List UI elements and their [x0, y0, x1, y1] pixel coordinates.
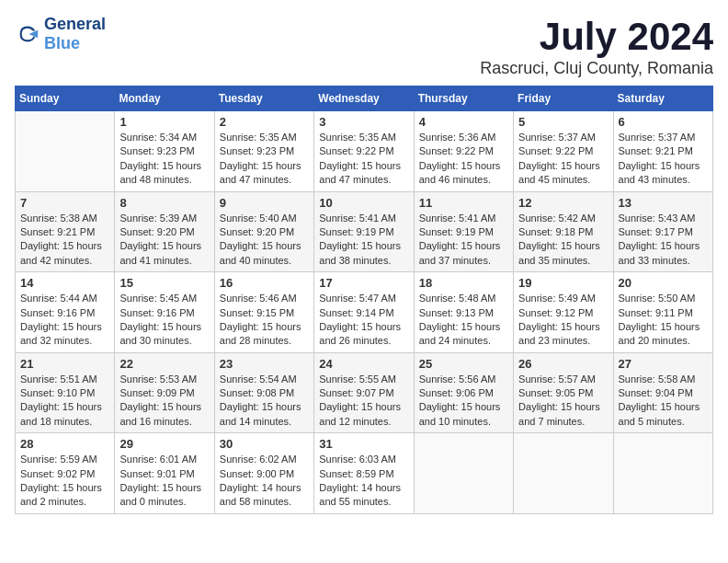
- page-header: General Blue July 2024 Rascruci, Cluj Co…: [15, 15, 713, 78]
- calendar-cell: 4Sunrise: 5:36 AM Sunset: 9:22 PM Daylig…: [414, 111, 513, 192]
- day-info: Sunrise: 5:35 AM Sunset: 9:22 PM Dayligh…: [319, 132, 401, 185]
- day-info: Sunrise: 5:34 AM Sunset: 9:23 PM Dayligh…: [119, 132, 201, 185]
- day-info: Sunrise: 5:57 AM Sunset: 9:05 PM Dayligh…: [518, 373, 600, 427]
- day-info: Sunrise: 5:54 AM Sunset: 9:08 PM Dayligh…: [220, 373, 301, 427]
- day-info: Sunrise: 5:36 AM Sunset: 9:22 PM Dayligh…: [419, 132, 501, 185]
- day-info: Sunrise: 5:37 AM Sunset: 9:22 PM Dayligh…: [518, 132, 600, 185]
- day-number: 7: [20, 196, 109, 210]
- calendar-cell: 5Sunrise: 5:37 AM Sunset: 9:22 PM Daylig…: [514, 111, 613, 192]
- day-number: 12: [518, 196, 608, 210]
- calendar-cell: 18Sunrise: 5:48 AM Sunset: 9:13 PM Dayli…: [414, 272, 513, 353]
- calendar-cell: 15Sunrise: 5:45 AM Sunset: 9:16 PM Dayli…: [115, 272, 214, 353]
- day-info: Sunrise: 5:41 AM Sunset: 9:19 PM Dayligh…: [419, 213, 501, 266]
- day-info: Sunrise: 5:45 AM Sunset: 9:16 PM Dayligh…: [119, 293, 201, 346]
- calendar-cell: 30Sunrise: 6:02 AM Sunset: 9:00 PM Dayli…: [214, 433, 313, 514]
- day-number: 28: [20, 437, 109, 451]
- day-number: 8: [119, 196, 209, 210]
- day-number: 14: [20, 276, 109, 290]
- day-number: 26: [518, 357, 608, 371]
- day-number: 18: [419, 276, 508, 290]
- day-info: Sunrise: 5:37 AM Sunset: 9:21 PM Dayligh…: [619, 132, 700, 185]
- logo: General Blue: [15, 15, 106, 53]
- day-info: Sunrise: 5:48 AM Sunset: 9:13 PM Dayligh…: [419, 293, 501, 346]
- calendar-week-row: 1Sunrise: 5:34 AM Sunset: 9:23 PM Daylig…: [16, 111, 713, 192]
- weekday-header-monday: Monday: [115, 86, 214, 111]
- calendar-week-row: 14Sunrise: 5:44 AM Sunset: 9:16 PM Dayli…: [16, 272, 713, 353]
- calendar-cell: 25Sunrise: 5:56 AM Sunset: 9:06 PM Dayli…: [414, 352, 513, 433]
- day-info: Sunrise: 5:51 AM Sunset: 9:10 PM Dayligh…: [20, 373, 102, 427]
- day-number: 21: [20, 357, 109, 371]
- calendar-cell: 14Sunrise: 5:44 AM Sunset: 9:16 PM Dayli…: [16, 272, 115, 353]
- day-info: Sunrise: 5:55 AM Sunset: 9:07 PM Dayligh…: [319, 373, 401, 427]
- logo-icon: [15, 21, 40, 47]
- calendar-cell: 13Sunrise: 5:43 AM Sunset: 9:17 PM Dayli…: [613, 191, 712, 272]
- calendar-cell: 21Sunrise: 5:51 AM Sunset: 9:10 PM Dayli…: [16, 352, 115, 433]
- calendar-cell: 27Sunrise: 5:58 AM Sunset: 9:04 PM Dayli…: [613, 352, 712, 433]
- day-info: Sunrise: 5:41 AM Sunset: 9:19 PM Dayligh…: [319, 213, 401, 266]
- day-info: Sunrise: 6:03 AM Sunset: 8:59 PM Dayligh…: [319, 454, 401, 507]
- calendar-cell: 6Sunrise: 5:37 AM Sunset: 9:21 PM Daylig…: [613, 111, 712, 192]
- calendar-cell: 23Sunrise: 5:54 AM Sunset: 9:08 PM Dayli…: [214, 352, 313, 433]
- day-number: 11: [419, 196, 508, 210]
- day-number: 23: [220, 357, 309, 371]
- weekday-header-friday: Friday: [514, 86, 613, 111]
- calendar-week-row: 21Sunrise: 5:51 AM Sunset: 9:10 PM Dayli…: [16, 352, 713, 433]
- calendar-cell: 3Sunrise: 5:35 AM Sunset: 9:22 PM Daylig…: [314, 111, 414, 192]
- calendar-cell: 7Sunrise: 5:38 AM Sunset: 9:21 PM Daylig…: [16, 191, 115, 272]
- calendar-cell: 12Sunrise: 5:42 AM Sunset: 9:18 PM Dayli…: [514, 191, 613, 272]
- day-number: 16: [220, 276, 309, 290]
- day-number: 27: [619, 357, 708, 371]
- calendar-cell: 19Sunrise: 5:49 AM Sunset: 9:12 PM Dayli…: [514, 272, 613, 353]
- day-info: Sunrise: 5:39 AM Sunset: 9:20 PM Dayligh…: [119, 213, 201, 266]
- day-number: 19: [518, 276, 608, 290]
- day-info: Sunrise: 5:56 AM Sunset: 9:06 PM Dayligh…: [419, 373, 501, 427]
- day-info: Sunrise: 5:46 AM Sunset: 9:15 PM Dayligh…: [220, 293, 301, 346]
- day-number: 10: [319, 196, 408, 210]
- calendar-cell: [514, 433, 613, 514]
- day-number: 6: [619, 115, 708, 129]
- day-info: Sunrise: 5:58 AM Sunset: 9:04 PM Dayligh…: [619, 373, 700, 427]
- day-number: 2: [220, 115, 309, 129]
- calendar-cell: 17Sunrise: 5:47 AM Sunset: 9:14 PM Dayli…: [314, 272, 414, 353]
- calendar-week-row: 7Sunrise: 5:38 AM Sunset: 9:21 PM Daylig…: [16, 191, 713, 272]
- day-number: 30: [220, 437, 309, 451]
- day-number: 25: [419, 357, 508, 371]
- calendar-cell: 22Sunrise: 5:53 AM Sunset: 9:09 PM Dayli…: [115, 352, 214, 433]
- weekday-header-sunday: Sunday: [16, 86, 115, 111]
- day-number: 31: [319, 437, 408, 451]
- calendar-cell: [414, 433, 513, 514]
- calendar-cell: 9Sunrise: 5:40 AM Sunset: 9:20 PM Daylig…: [214, 191, 313, 272]
- day-number: 5: [518, 115, 608, 129]
- calendar-cell: 26Sunrise: 5:57 AM Sunset: 9:05 PM Dayli…: [514, 352, 613, 433]
- day-info: Sunrise: 5:35 AM Sunset: 9:23 PM Dayligh…: [220, 132, 301, 185]
- calendar-cell: 24Sunrise: 5:55 AM Sunset: 9:07 PM Dayli…: [314, 352, 414, 433]
- title-block: July 2024 Rascruci, Cluj County, Romania: [480, 15, 713, 78]
- page-subtitle: Rascruci, Cluj County, Romania: [480, 59, 713, 78]
- calendar-cell: 2Sunrise: 5:35 AM Sunset: 9:23 PM Daylig…: [214, 111, 313, 192]
- day-number: 4: [419, 115, 508, 129]
- calendar-table: SundayMondayTuesdayWednesdayThursdayFrid…: [15, 86, 713, 514]
- day-info: Sunrise: 5:59 AM Sunset: 9:02 PM Dayligh…: [20, 454, 102, 507]
- weekday-header-thursday: Thursday: [414, 86, 513, 111]
- calendar-cell: 10Sunrise: 5:41 AM Sunset: 9:19 PM Dayli…: [314, 191, 414, 272]
- day-number: 17: [319, 276, 408, 290]
- day-info: Sunrise: 6:02 AM Sunset: 9:00 PM Dayligh…: [220, 454, 301, 507]
- day-number: 24: [319, 357, 408, 371]
- calendar-cell: 31Sunrise: 6:03 AM Sunset: 8:59 PM Dayli…: [314, 433, 414, 514]
- calendar-header-row: SundayMondayTuesdayWednesdayThursdayFrid…: [16, 86, 713, 111]
- day-number: 22: [119, 357, 209, 371]
- weekday-header-tuesday: Tuesday: [214, 86, 313, 111]
- day-info: Sunrise: 5:44 AM Sunset: 9:16 PM Dayligh…: [20, 293, 102, 346]
- day-number: 3: [319, 115, 408, 129]
- day-info: Sunrise: 5:49 AM Sunset: 9:12 PM Dayligh…: [518, 293, 600, 346]
- day-number: 9: [220, 196, 309, 210]
- calendar-week-row: 28Sunrise: 5:59 AM Sunset: 9:02 PM Dayli…: [16, 433, 713, 514]
- day-info: Sunrise: 5:50 AM Sunset: 9:11 PM Dayligh…: [619, 293, 700, 346]
- calendar-cell: 29Sunrise: 6:01 AM Sunset: 9:01 PM Dayli…: [115, 433, 214, 514]
- calendar-body: 1Sunrise: 5:34 AM Sunset: 9:23 PM Daylig…: [16, 111, 713, 514]
- day-info: Sunrise: 5:40 AM Sunset: 9:20 PM Dayligh…: [220, 213, 301, 266]
- calendar-cell: 8Sunrise: 5:39 AM Sunset: 9:20 PM Daylig…: [115, 191, 214, 272]
- day-info: Sunrise: 5:43 AM Sunset: 9:17 PM Dayligh…: [619, 213, 700, 266]
- day-number: 1: [119, 115, 209, 129]
- day-info: Sunrise: 5:53 AM Sunset: 9:09 PM Dayligh…: [119, 373, 201, 427]
